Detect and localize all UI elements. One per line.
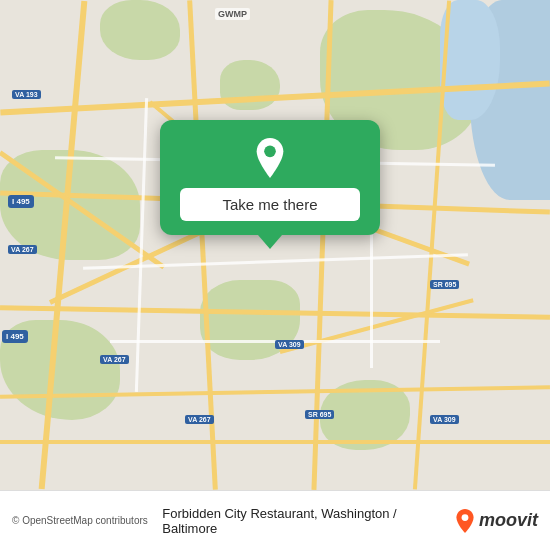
place-name-label: Forbidden City Restaurant, Washington / … [162, 506, 447, 536]
road [0, 440, 550, 444]
va-route-shield: VA 267 [185, 415, 214, 424]
va-route-shield: VA 309 [430, 415, 459, 424]
svg-point-0 [264, 146, 276, 158]
road-label: GWMP [215, 8, 250, 20]
interstate-shield: I 495 [2, 330, 28, 343]
svg-point-1 [462, 514, 469, 521]
va-route-shield: VA 193 [12, 90, 41, 99]
moovit-pin-icon [455, 509, 475, 533]
osm-attribution: © OpenStreetMap contributors [12, 515, 154, 526]
map-container: I 495 I 495 VA 193 VA 267 VA 267 VA 267 … [0, 0, 550, 490]
moovit-logo: moovit [455, 509, 538, 533]
location-pin-icon [250, 138, 290, 178]
va-route-shield: VA 309 [275, 340, 304, 349]
popup-card: Take me there [160, 120, 380, 235]
va-route-shield: VA 267 [8, 245, 37, 254]
take-me-there-button[interactable]: Take me there [180, 188, 360, 221]
moovit-brand-text: moovit [479, 510, 538, 531]
bottom-bar: © OpenStreetMap contributors Forbidden C… [0, 490, 550, 550]
park-area [100, 0, 180, 60]
sr-route-shield: SR 695 [305, 410, 334, 419]
va-route-shield: VA 267 [100, 355, 129, 364]
sr-route-shield: SR 695 [430, 280, 459, 289]
interstate-shield: I 495 [8, 195, 34, 208]
